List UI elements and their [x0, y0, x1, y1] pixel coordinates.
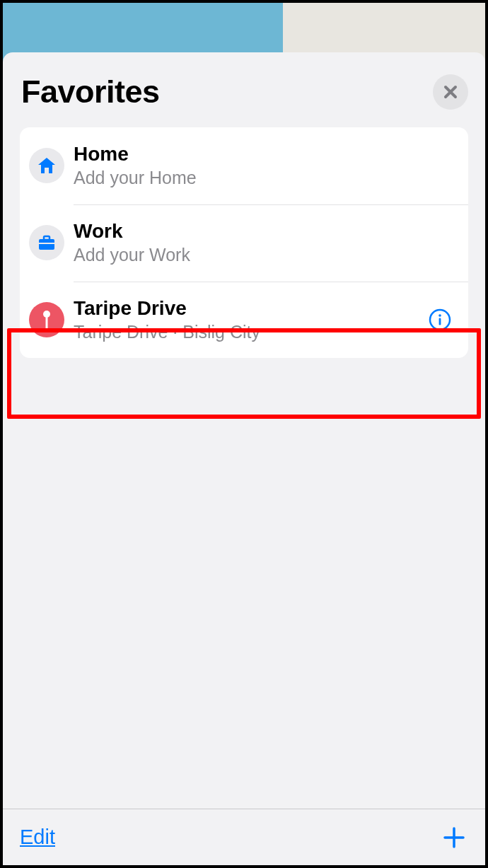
work-icon-circle — [29, 225, 64, 260]
svg-rect-7 — [439, 318, 441, 325]
close-button[interactable] — [433, 74, 468, 110]
pin-icon — [41, 309, 52, 330]
favorite-row-work[interactable]: Work Add your Work — [20, 204, 468, 282]
row-text: Home Add your Home — [74, 141, 457, 190]
favorite-row-taripe-drive[interactable]: Taripe Drive Taripe Drive · Bislig City — [20, 282, 468, 359]
svg-rect-2 — [39, 243, 54, 244]
pin-icon-circle — [29, 302, 64, 337]
row-subtitle: Add your Home — [74, 166, 457, 190]
row-title: Taripe Drive — [74, 296, 420, 320]
sheet-header: Favorites — [3, 52, 485, 127]
row-subtitle: Taripe Drive · Bislig City — [74, 320, 420, 345]
row-icon-wrap — [20, 225, 74, 260]
favorites-list: Home Add your Home Work — [20, 127, 468, 358]
info-icon — [428, 308, 452, 332]
row-title: Work — [74, 219, 457, 243]
row-text: Taripe Drive Taripe Drive · Bislig City — [74, 296, 420, 345]
svg-point-6 — [438, 314, 441, 317]
favorite-row-home[interactable]: Home Add your Home — [20, 127, 468, 204]
row-subtitle: Add your Work — [74, 243, 457, 267]
row-title: Home — [74, 141, 457, 166]
close-icon — [443, 84, 458, 100]
page-title: Favorites — [21, 74, 160, 110]
row-icon-wrap — [20, 148, 74, 183]
plus-icon — [442, 826, 466, 850]
svg-rect-1 — [44, 236, 50, 240]
add-button[interactable] — [440, 823, 468, 852]
home-icon — [37, 156, 57, 175]
home-icon-circle — [29, 148, 64, 183]
svg-point-4 — [43, 311, 50, 318]
row-text: Work Add your Work — [74, 219, 457, 267]
favorites-sheet: Favorites Home Add yo — [3, 52, 485, 865]
bottom-toolbar: Edit — [3, 809, 485, 865]
edit-button[interactable]: Edit — [20, 826, 55, 849]
briefcase-icon — [37, 233, 57, 253]
row-icon-wrap — [20, 302, 74, 337]
info-button[interactable] — [426, 306, 454, 334]
